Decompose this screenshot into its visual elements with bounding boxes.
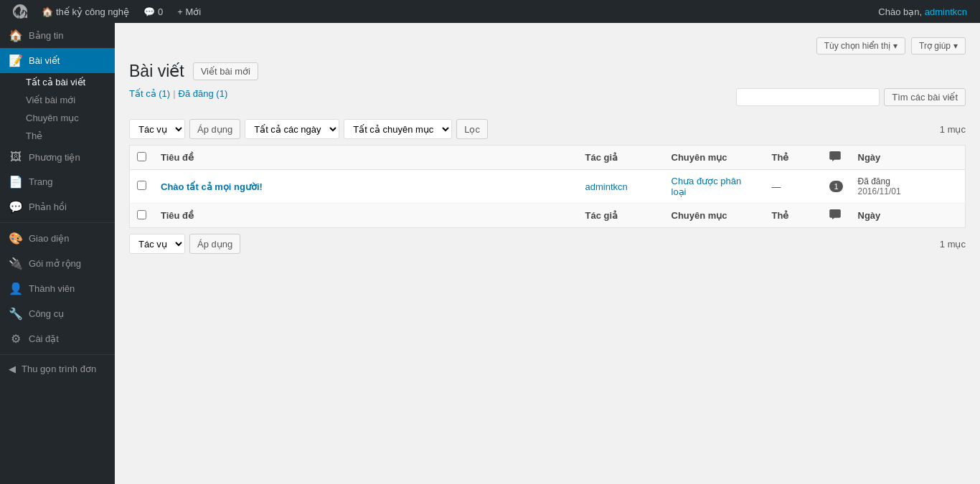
th-checkbox <box>130 146 154 170</box>
adminbar: 🏠 thế kỷ công nghệ 💬 0 + Mới Chào bạn, a… <box>0 0 980 23</box>
page-title: Bài viết <box>129 62 184 81</box>
add-new-post-btn[interactable]: Viết bài mới <box>193 62 258 80</box>
adminbar-username[interactable]: admintkcn <box>925 6 967 17</box>
search-btn[interactable]: Tìm các bài viết <box>884 88 966 106</box>
filter-published-link[interactable]: Đã đăng (1) <box>179 88 228 99</box>
sidebar-label-goi-mo-rong: Gói mở rộng <box>29 258 81 269</box>
post-author-link[interactable]: admintkcn <box>585 181 628 192</box>
row-title-cell: Chào tất cả mọi người! <box>154 170 578 204</box>
sidebar-sub-chuyen-muc[interactable]: Chuyên mục <box>0 109 115 127</box>
tools-icon: 🔧 <box>9 307 23 321</box>
select-all-bottom-checkbox[interactable] <box>137 210 146 219</box>
bulk-action-select-top[interactable]: Tác vụ <box>129 119 185 139</box>
media-icon: 🖼 <box>9 151 23 163</box>
sidebar-label-bai-viet: Bài viết <box>29 55 60 66</box>
sidebar-label-giao-dien: Giao diện <box>29 233 69 244</box>
th-author: Tác giả <box>578 146 664 170</box>
sidebar-label-trang: Trang <box>29 176 52 187</box>
top-utilities: Tùy chọn hiển thị ▾ Trợ giúp ▾ <box>129 37 966 54</box>
bulk-action-select-bottom[interactable]: Tác vụ <box>129 234 185 254</box>
apply-btn-bottom[interactable]: Áp dụng <box>189 234 240 254</box>
sidebar-item-trang[interactable]: 📄 Trang <box>0 169 115 194</box>
row-tags-cell: — <box>765 170 822 204</box>
sidebar-label-phan-hoi: Phản hồi <box>29 201 67 212</box>
date-filter-select[interactable]: Tất cả các ngày <box>245 119 339 139</box>
sidebar-item-bang-tin[interactable]: 🏠 Bảng tin <box>0 23 115 48</box>
search-input[interactable] <box>736 88 880 106</box>
posts-table: Tiêu đề Tác giả Chuyên mục Thẻ Ngày <box>129 145 966 228</box>
sidebar-item-bai-viet[interactable]: 📝 Bài viết <box>0 48 115 73</box>
tablenav-top: Tác vụ Áp dụng Tất cả các ngày Tất cả ch… <box>129 119 966 139</box>
comment-count[interactable]: 1 <box>829 181 842 192</box>
settings-icon: ⚙ <box>9 332 23 346</box>
th-comments <box>822 146 851 170</box>
apply-btn-top[interactable]: Áp dụng <box>189 119 240 139</box>
adminmenu: 🏠 Bảng tin 📝 Bài viết Tất cả bài viết Vi… <box>0 23 115 484</box>
category-filter-select[interactable]: Tất cả chuyên mục <box>344 119 452 139</box>
sidebar-label-thanh-vien: Thành viên <box>29 283 75 294</box>
tfoot-checkbox <box>130 204 154 228</box>
th-title: Tiêu đề <box>154 146 578 170</box>
sidebar-item-goi-mo-rong[interactable]: 🔌 Gói mở rộng <box>0 251 115 276</box>
sidebar-label-cai-dat: Cài đặt <box>29 333 59 344</box>
count-top: 1 mục <box>940 124 966 135</box>
tablenav-bottom: Tác vụ Áp dụng 1 mục <box>129 234 966 254</box>
appearance-icon: 🎨 <box>9 232 23 245</box>
adminbar-wp-logo[interactable] <box>6 0 34 23</box>
row-comments-cell: 1 <box>822 170 851 204</box>
new-label: + Mới <box>177 6 201 17</box>
tfoot-th-title: Tiêu đề <box>154 204 578 228</box>
posts-icon: 📝 <box>9 54 23 67</box>
comments-icon: 💬 <box>9 200 23 214</box>
sidebar-sub-viet-bai-moi[interactable]: Viết bài mới <box>0 91 115 109</box>
site-name-text: thế kỷ công nghệ <box>56 6 129 17</box>
sidebar-label-phuong-tien: Phương tiện <box>29 152 80 163</box>
adminbar-site-name[interactable]: 🏠 thế kỷ công nghệ <box>34 0 136 23</box>
count-bottom: 1 mục <box>940 239 966 250</box>
pages-icon: 📄 <box>9 175 23 189</box>
adminbar-greeting: Chào bạn, admintkcn <box>871 6 974 17</box>
sidebar-sub-the[interactable]: Thẻ <box>0 127 115 145</box>
main-content: Tùy chọn hiển thị ▾ Trợ giúp ▾ Bài viết … <box>115 23 980 484</box>
tfoot-th-date: Ngày <box>851 204 966 228</box>
adminbar-notifications[interactable]: 💬 0 <box>136 0 170 23</box>
tfoot-th-comments <box>822 204 851 228</box>
sidebar-label-cong-cu: Công cụ <box>29 308 64 319</box>
row-checkbox-cell <box>130 170 154 204</box>
tfoot-th-category: Chuyên mục <box>664 204 765 228</box>
page-heading: Bài viết Viết bài mới <box>129 62 966 81</box>
row-date-cell: Đã đăng 2016/11/01 <box>851 170 966 204</box>
row-checkbox[interactable] <box>137 181 146 190</box>
sidebar-label-bang-tin: Bảng tin <box>29 30 63 41</box>
notifications-count: 0 <box>158 6 163 17</box>
dashboard-icon: 🏠 <box>9 29 23 42</box>
post-title-link[interactable]: Chào tất cả mọi người! <box>161 181 263 192</box>
sidebar-item-giao-dien[interactable]: 🎨 Giao diện <box>0 226 115 251</box>
filter-links: Tất cả (1) | Đã đăng (1) <box>129 88 736 99</box>
post-category-link[interactable]: Chưa được phân loại <box>672 176 742 197</box>
sidebar-item-cai-dat[interactable]: ⚙ Cài đặt <box>0 326 115 351</box>
search-box: Tìm các bài viết <box>736 88 966 106</box>
adminbar-new[interactable]: + Mới <box>170 0 208 23</box>
sidebar-collapse[interactable]: ◀ Thu gọn trình đơn <box>0 358 115 380</box>
row-author-cell: admintkcn <box>578 170 664 204</box>
collapse-icon: ◀ <box>9 364 16 374</box>
sidebar-item-cong-cu[interactable]: 🔧 Công cụ <box>0 301 115 326</box>
table-row: Chào tất cả mọi người! admintkcn Chưa đư… <box>130 170 966 204</box>
display-options-btn[interactable]: Tùy chọn hiển thị ▾ <box>816 37 905 54</box>
sidebar-item-phuong-tien[interactable]: 🖼 Phương tiện <box>0 145 115 169</box>
select-all-checkbox[interactable] <box>137 152 146 161</box>
sidebar-item-thanh-vien[interactable]: 👤 Thành viên <box>0 276 115 301</box>
users-icon: 👤 <box>9 282 23 295</box>
sidebar-sub-tat-ca-bai-viet[interactable]: Tất cả bài viết <box>0 73 115 91</box>
filter-all-link[interactable]: Tất cả (1) <box>129 88 170 99</box>
sidebar-item-phan-hoi[interactable]: 💬 Phản hồi <box>0 194 115 219</box>
plugins-icon: 🔌 <box>9 257 23 270</box>
chevron-down-icon: ▾ <box>893 41 897 51</box>
comment-notif-icon: 💬 <box>143 6 155 17</box>
site-home-icon: 🏠 <box>42 6 53 17</box>
th-tags: Thẻ <box>765 146 822 170</box>
filter-btn-top[interactable]: Lọc <box>456 119 488 139</box>
help-btn[interactable]: Trợ giúp ▾ <box>911 37 966 54</box>
published-count: (1) <box>216 88 227 99</box>
